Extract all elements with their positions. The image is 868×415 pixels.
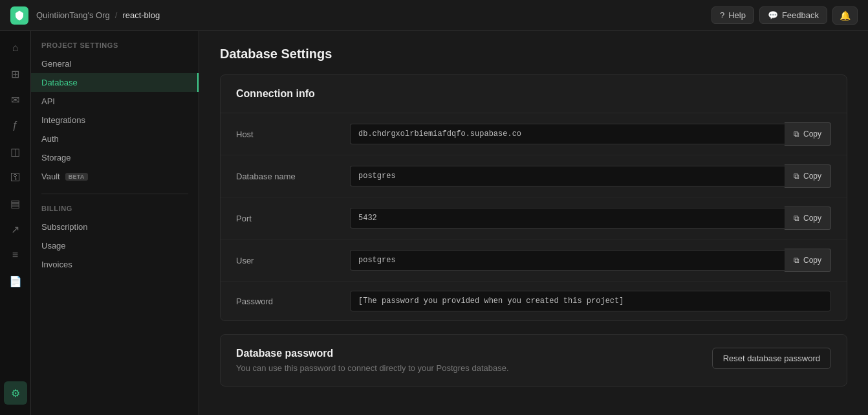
sidebar-icon-reports[interactable]: ↗ — [4, 218, 27, 241]
host-copy-button[interactable]: ⧉ Copy — [785, 122, 831, 146]
password-input[interactable] — [350, 291, 831, 311]
password-card-body: Database password You can use this passw… — [221, 335, 847, 386]
database-password-card: Database password You can use this passw… — [220, 334, 847, 387]
port-copy-label: Copy — [803, 214, 821, 223]
host-input-wrap: ⧉ Copy — [350, 122, 831, 146]
project-settings-heading: Project Settings — [31, 41, 199, 54]
sidebar-icon-function[interactable]: ƒ — [4, 114, 27, 137]
host-label: Host — [236, 129, 340, 139]
reset-password-button[interactable]: Reset database password — [712, 348, 831, 369]
password-card-text: Database password You can use this passw… — [236, 348, 509, 373]
password-card-title: Database password — [236, 348, 509, 359]
sidebar-icon-auth[interactable]: ⚿ — [4, 166, 27, 189]
dbname-row: Database name ⧉ Copy — [221, 155, 847, 197]
sidebar-label-subscription: Subscription — [41, 222, 88, 232]
dbname-copy-label: Copy — [803, 172, 821, 181]
sidebar-divider — [41, 194, 188, 194]
sidebar-icon-docs[interactable]: 📄 — [4, 269, 27, 293]
sidebar-label-integrations: Integrations — [41, 115, 85, 125]
sidebar-item-usage[interactable]: Usage — [31, 236, 199, 255]
top-nav: QuintiionTang's Org / react-blog ? Help … — [0, 0, 868, 31]
help-label: Help — [728, 10, 746, 20]
icon-sidebar: ⌂ ⊞ ✉ ƒ ◫ ⚿ ▤ ↗ ≡ 📄 ⚙ — [0, 31, 31, 415]
connection-info-title: Connection info — [236, 88, 831, 100]
sidebar-icon-home[interactable]: ⌂ — [4, 36, 27, 60]
dbname-copy-button[interactable]: ⧉ Copy — [785, 164, 831, 188]
top-nav-actions: ? Help 💬 Feedback 🔔 — [711, 6, 858, 25]
sidebar-icon-inbox[interactable]: ✉ — [4, 88, 27, 111]
dbname-label: Database name — [236, 172, 340, 181]
connection-info-header: Connection info — [221, 75, 847, 113]
host-input[interactable] — [350, 124, 785, 144]
sidebar-label-vault: Vault — [41, 172, 60, 181]
feedback-label: Feedback — [782, 10, 819, 20]
user-row: User ⧉ Copy — [221, 240, 847, 282]
sidebar-label-database: Database — [41, 78, 78, 87]
vault-beta-badge: BETA — [65, 173, 88, 181]
sidebar-item-vault[interactable]: Vault BETA — [31, 167, 199, 186]
chat-icon: 💬 — [768, 10, 778, 20]
copy-icon: ⧉ — [794, 129, 799, 139]
sidebar-icon-database[interactable]: ◫ — [4, 140, 27, 163]
sidebar-item-api[interactable]: API — [31, 92, 199, 111]
breadcrumb-project[interactable]: react-blog — [122, 10, 160, 20]
port-label: Port — [236, 214, 340, 223]
host-row: Host ⧉ Copy — [221, 113, 847, 155]
text-sidebar: Project Settings General Database API In… — [31, 31, 199, 415]
copy-icon-2: ⧉ — [794, 172, 799, 181]
logo — [10, 6, 28, 25]
page-title: Database Settings — [220, 47, 847, 62]
host-copy-label: Copy — [803, 129, 821, 139]
password-input-wrap — [350, 291, 831, 311]
port-row: Port ⧉ Copy — [221, 197, 847, 240]
sidebar-label-usage: Usage — [41, 241, 66, 251]
sidebar-label-api: API — [41, 96, 55, 106]
port-input[interactable] — [350, 208, 785, 229]
password-card-description: You can use this password to connect dir… — [236, 363, 509, 373]
sidebar-icon-storage[interactable]: ▤ — [4, 192, 27, 215]
breadcrumb-org[interactable]: QuintiionTang's Org — [36, 10, 110, 20]
feedback-button[interactable]: 💬 Feedback — [759, 6, 827, 24]
breadcrumb-sep: / — [115, 10, 118, 20]
breadcrumb: QuintiionTang's Org / react-blog — [36, 10, 704, 20]
password-row: Password — [221, 282, 847, 320]
help-icon: ? — [720, 10, 724, 20]
main-layout: ⌂ ⊞ ✉ ƒ ◫ ⚿ ▤ ↗ ≡ 📄 ⚙ Project Settings G… — [0, 31, 868, 415]
copy-icon-3: ⧉ — [794, 214, 799, 223]
sidebar-icon-settings[interactable]: ⚙ — [4, 381, 27, 405]
port-input-wrap: ⧉ Copy — [350, 207, 831, 230]
bell-icon: 🔔 — [840, 10, 851, 21]
sidebar-item-subscription[interactable]: Subscription — [31, 218, 199, 236]
port-copy-button[interactable]: ⧉ Copy — [785, 207, 831, 230]
sidebar-icon-table[interactable]: ⊞ — [4, 62, 27, 85]
user-copy-label: Copy — [803, 256, 821, 265]
sidebar-item-integrations[interactable]: Integrations — [31, 111, 199, 129]
copy-icon-4: ⧉ — [794, 256, 799, 265]
notifications-button[interactable]: 🔔 — [832, 6, 858, 25]
user-label: User — [236, 256, 340, 265]
sidebar-label-storage: Storage — [41, 153, 71, 163]
content-area: Database Settings Connection info Host ⧉… — [199, 31, 868, 415]
icon-sidebar-bottom: ⚙ — [4, 381, 27, 410]
sidebar-item-database[interactable]: Database — [31, 73, 199, 92]
connection-info-card: Connection info Host ⧉ Copy Database nam… — [220, 74, 847, 321]
dbname-input-wrap: ⧉ Copy — [350, 164, 831, 188]
billing-heading: Billing — [31, 202, 199, 218]
sidebar-icon-logs[interactable]: ≡ — [4, 243, 27, 267]
dbname-input[interactable] — [350, 166, 785, 186]
sidebar-item-invoices[interactable]: Invoices — [31, 255, 199, 274]
sidebar-label-auth: Auth — [41, 134, 59, 144]
sidebar-label-invoices: Invoices — [41, 260, 72, 269]
user-input[interactable] — [350, 250, 785, 271]
sidebar-item-general[interactable]: General — [31, 54, 199, 73]
help-button[interactable]: ? Help — [711, 6, 754, 24]
user-copy-button[interactable]: ⧉ Copy — [785, 249, 831, 272]
sidebar-label-general: General — [41, 59, 71, 69]
password-label: Password — [236, 297, 340, 306]
sidebar-item-auth[interactable]: Auth — [31, 129, 199, 148]
user-input-wrap: ⧉ Copy — [350, 249, 831, 272]
sidebar-item-storage[interactable]: Storage — [31, 148, 199, 167]
